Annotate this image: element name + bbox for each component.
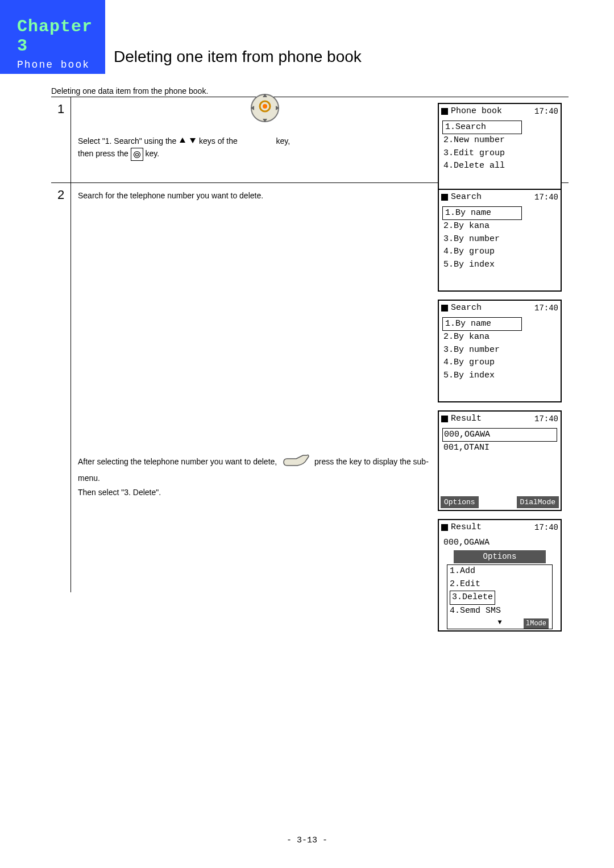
circle-key-icon [131,148,143,161]
square-icon [441,305,448,312]
screen-title: Search [451,191,534,204]
list-item: 1.By name [442,206,522,221]
down-arrow-icon [189,136,197,148]
list-item: 3.By number [442,233,557,246]
chapter-number: Chapter 3 [17,17,98,56]
list-item: 2.New number [442,134,557,147]
step1-text-b: keys of the [199,136,238,146]
square-icon [441,524,448,531]
screen-title: Result [451,413,534,426]
screen-search-2: Search 17:40 1.By name 2.By kana 3.By nu… [438,300,562,402]
step2-text-a: Search for the telephone number you want… [78,190,432,202]
intro-text: Deleting one data item from the phone bo… [51,86,208,95]
list-item: 1.Search [442,121,522,135]
list-item: 5.By index [442,369,557,383]
softkey-lmode: lMode [524,618,549,629]
popup-item: 1.Add [450,565,550,578]
list-item: 4.Delete all [442,160,557,173]
step-1-number: 1 [51,97,71,182]
screen-time: 17:40 [534,302,558,314]
popup-items: 1.Add 2.Edit 3.Delete 4.Semd SMS ▼ lMode [447,564,553,629]
screen-time: 17:40 [534,106,558,118]
page-number: - 3-13 - [0,836,614,845]
list-item: 1.By name [442,317,522,331]
screen-time: 17:40 [534,413,558,425]
screen-time: 17:40 [534,522,558,534]
step-2-screens: Search 17:40 1.By name 2.By kana 3.By nu… [438,189,569,639]
svg-point-2 [263,104,267,109]
list-item: 4.By group [442,356,557,369]
step2-text-b: After selecting the telephone number you… [78,457,277,466]
chapter-header: Chapter 3 Phone book [0,0,105,74]
screen-title: Phone book [451,105,534,118]
square-icon [441,416,448,422]
screen-search-1: Search 17:40 1.By name 2.By kana 3.By nu… [438,189,562,292]
chapter-subtitle: Phone book [17,59,98,70]
softkey-options: Options [441,496,479,509]
list-item: 000,OGAWA [442,428,557,442]
step2-text-d: Then select "3. Delete". [78,487,432,499]
popup-item: 4.Semd SMS [450,605,550,618]
step1-text-a: Select "1. Search" using the [78,136,176,146]
up-arrow-icon [179,136,186,148]
step-1-body: Phone book 17:40 1.Search 2.New number 3… [71,97,569,182]
list-item: 4.By group [442,246,557,259]
popup-title: Options [454,550,546,563]
list-item: 3.Edit group [442,147,557,160]
step1-text-c: key, [276,136,291,146]
step-2-number: 2 [51,183,71,592]
finger-icon [281,452,310,472]
list-item: 2.By kana [442,220,557,233]
screen-time: 17:40 [534,192,558,203]
list-item: 001,OTANI [442,442,557,455]
steps-table: 1 Phone book 17:40 1.Search 2.New number… [51,97,569,592]
popup-item-selected: 3.Delete [450,591,495,605]
step1-text-e: key. [146,149,160,158]
screen-result-1: Result 17:40 000,OGAWA 001,OTANI Options… [438,410,562,511]
list-item: 3.By number [442,344,557,357]
step-2-row: 2 Search 17:40 1.By name 2.By kana 3.By … [51,183,569,592]
list-item: 2.By kana [442,331,557,344]
page-title: Deleting one item from phone book [114,48,362,66]
square-icon [441,194,448,201]
list-item: 000,OGAWA [442,537,557,550]
svg-point-3 [134,152,140,158]
popup-item: 2.Edit [450,578,550,591]
joystick-icon [248,92,281,128]
step-1-row: 1 Phone book 17:40 1.Search 2.New number… [51,97,569,183]
step-2-body: Search 17:40 1.By name 2.By kana 3.By nu… [71,183,569,592]
svg-point-4 [135,153,138,156]
list-item: 5.By index [442,259,557,272]
screen-title: Search [451,302,534,315]
square-icon [441,108,448,115]
step1-text-d: then press the [78,149,128,158]
screen-title: Result [451,521,534,534]
softkey-dialmode: DialMode [517,496,559,509]
screen-result-2: Result 17:40 000,OGAWA Options 1.Add 2.E… [438,519,562,632]
